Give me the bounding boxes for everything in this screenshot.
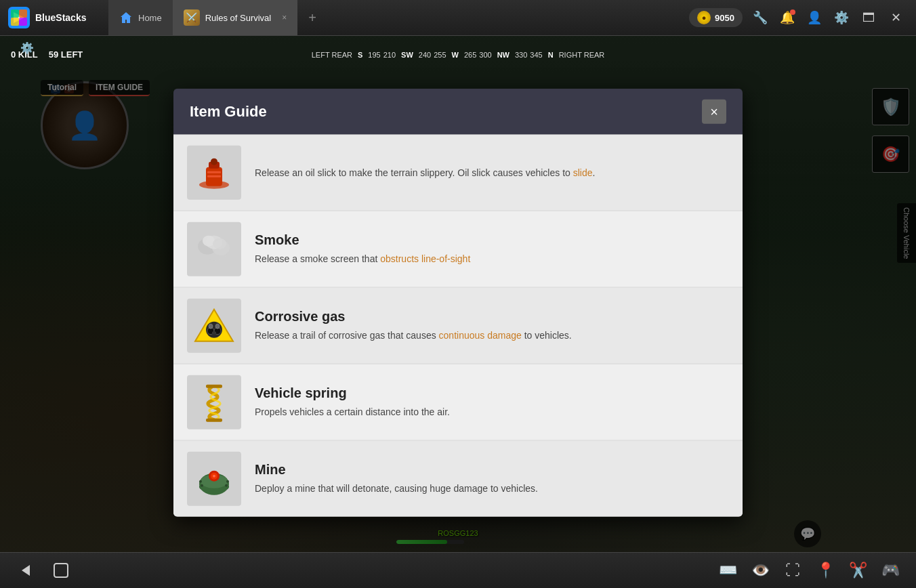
game-tab[interactable]: ⚔️ Rules of Survival × bbox=[173, 0, 298, 35]
svg-rect-5 bbox=[19, 18, 27, 26]
svg-rect-11 bbox=[207, 175, 221, 177]
bottom-right-controls: ⌨️ 👁️ ⛶ 📍 ✂️ 🎮 bbox=[715, 558, 902, 583]
svg-rect-10 bbox=[207, 171, 221, 173]
item-row-oil-slick: Release an oil slick to make the terrain… bbox=[173, 135, 743, 211]
bluestacks-title: BlueStacks bbox=[35, 12, 86, 23]
mine-info: Mine Deploy a mine that will detonate, c… bbox=[255, 462, 729, 496]
modal-title: Item Guide bbox=[190, 103, 267, 121]
svg-rect-4 bbox=[11, 18, 19, 26]
svg-point-33 bbox=[201, 484, 203, 486]
game-hud: LEFT REAR S 195210 SW 240255 W 265300 NW… bbox=[0, 36, 916, 73]
game-tab-label: Rules of Survival bbox=[205, 13, 272, 23]
home-tab-label: Home bbox=[138, 13, 162, 23]
item-row-gas: Corrosive gas Release a trail of corrosi… bbox=[173, 288, 743, 364]
gas-info: Corrosive gas Release a trail of corrosi… bbox=[255, 309, 729, 343]
spring-desc: Propels vehicles a certain distance into… bbox=[255, 405, 729, 419]
smoke-highlight: obstructs line-of-sight bbox=[380, 253, 470, 264]
spring-name: Vehicle spring bbox=[255, 385, 729, 401]
svg-rect-2 bbox=[11, 9, 19, 18]
modal-close-button[interactable]: × bbox=[702, 100, 726, 124]
settings-icon[interactable]: ⚙️ bbox=[832, 8, 851, 27]
close-window-icon[interactable]: ✕ bbox=[886, 8, 905, 27]
bottom-left-controls bbox=[14, 558, 73, 583]
notification-icon[interactable]: 🔔 bbox=[778, 8, 797, 27]
bottom-bar: ⌨️ 👁️ ⛶ 📍 ✂️ 🎮 bbox=[0, 552, 916, 588]
spring-icon bbox=[187, 375, 241, 429]
modal-body: Release an oil slick to make the terrain… bbox=[173, 135, 743, 517]
smoke-info: Smoke Release a smoke screen that obstru… bbox=[255, 232, 729, 266]
tab-bar: Home ⚔️ Rules of Survival × + bbox=[108, 0, 678, 35]
mine-name: Mine bbox=[255, 462, 729, 478]
gas-desc: Release a trail of corrosive gas that ca… bbox=[255, 329, 729, 343]
smoke-icon bbox=[187, 222, 241, 276]
svg-rect-22 bbox=[212, 331, 216, 334]
keyboard-icon[interactable]: ⌨️ bbox=[715, 558, 740, 583]
svg-point-23 bbox=[209, 324, 213, 329]
wrench-icon[interactable]: 🔧 bbox=[751, 8, 770, 27]
svg-rect-26 bbox=[206, 418, 222, 421]
svg-rect-3 bbox=[19, 9, 27, 18]
svg-point-32 bbox=[213, 474, 215, 477]
item-guide-modal: Item Guide × Release an oil slick to mak… bbox=[173, 89, 743, 517]
account-icon[interactable]: 👤 bbox=[805, 8, 824, 27]
smoke-desc: Release a smoke screen that obstructs li… bbox=[255, 252, 729, 266]
oil-slick-highlight: slide bbox=[573, 167, 593, 177]
coin-badge: ● 9050 bbox=[689, 8, 743, 27]
hud-settings[interactable]: ⚙️ bbox=[20, 41, 34, 54]
gas-highlight: continuous damage bbox=[439, 330, 522, 341]
compass-bar: LEFT REAR S 195210 SW 240255 W 265300 NW… bbox=[312, 51, 605, 59]
gas-icon bbox=[187, 299, 241, 353]
svg-rect-38 bbox=[54, 564, 68, 577]
home-button[interactable] bbox=[49, 558, 73, 583]
smoke-name: Smoke bbox=[255, 232, 729, 248]
svg-point-36 bbox=[226, 480, 229, 482]
oil-slick-icon bbox=[187, 146, 241, 200]
svg-point-17 bbox=[213, 238, 226, 249]
svg-marker-37 bbox=[22, 565, 30, 576]
home-icon bbox=[119, 11, 133, 24]
coin-amount: 9050 bbox=[715, 13, 734, 23]
item-row-mine: Mine Deploy a mine that will detonate, c… bbox=[173, 441, 743, 517]
bluestacks-icon bbox=[8, 7, 30, 28]
coin-icon: ● bbox=[697, 11, 711, 24]
oil-slick-info: Release an oil slick to make the terrain… bbox=[255, 165, 729, 180]
svg-point-35 bbox=[199, 480, 202, 482]
svg-point-34 bbox=[225, 484, 228, 486]
item-row-spring: Vehicle spring Propels vehicles a certai… bbox=[173, 364, 743, 441]
location-icon[interactable]: 📍 bbox=[813, 558, 837, 583]
notification-dot bbox=[790, 9, 795, 15]
modal-header: Item Guide × bbox=[173, 89, 743, 135]
back-button[interactable] bbox=[14, 558, 38, 583]
top-bar-right: ● 9050 🔧 🔔 👤 ⚙️ 🗖 ✕ bbox=[678, 8, 916, 27]
spring-info: Vehicle spring Propels vehicles a certai… bbox=[255, 385, 729, 419]
mine-icon bbox=[187, 452, 241, 506]
fullscreen-icon[interactable]: ⛶ bbox=[780, 558, 805, 583]
minimize-icon[interactable]: 🗖 bbox=[859, 8, 878, 27]
tab-close-button[interactable]: × bbox=[282, 13, 287, 22]
gas-name: Corrosive gas bbox=[255, 309, 729, 324]
svg-point-9 bbox=[211, 159, 217, 165]
eye-icon[interactable]: 👁️ bbox=[748, 558, 772, 583]
add-tab-button[interactable]: + bbox=[297, 0, 327, 35]
players-left: 59 LEFT bbox=[49, 49, 83, 60]
game-tab-icon: ⚔️ bbox=[184, 9, 200, 26]
svg-rect-25 bbox=[206, 384, 222, 387]
mine-desc: Deploy a mine that will detonate, causin… bbox=[255, 482, 729, 496]
item-row-smoke: Smoke Release a smoke screen that obstru… bbox=[173, 211, 743, 288]
bluestacks-logo[interactable]: BlueStacks bbox=[0, 7, 108, 28]
oil-slick-desc: Release an oil slick to make the terrain… bbox=[255, 165, 729, 180]
svg-point-24 bbox=[215, 324, 220, 329]
scissors-icon[interactable]: ✂️ bbox=[846, 558, 870, 583]
gamepad-icon[interactable]: 🎮 bbox=[878, 558, 902, 583]
home-tab[interactable]: Home bbox=[108, 0, 173, 35]
top-bar: BlueStacks Home ⚔️ Rules of Survival × +… bbox=[0, 0, 916, 36]
